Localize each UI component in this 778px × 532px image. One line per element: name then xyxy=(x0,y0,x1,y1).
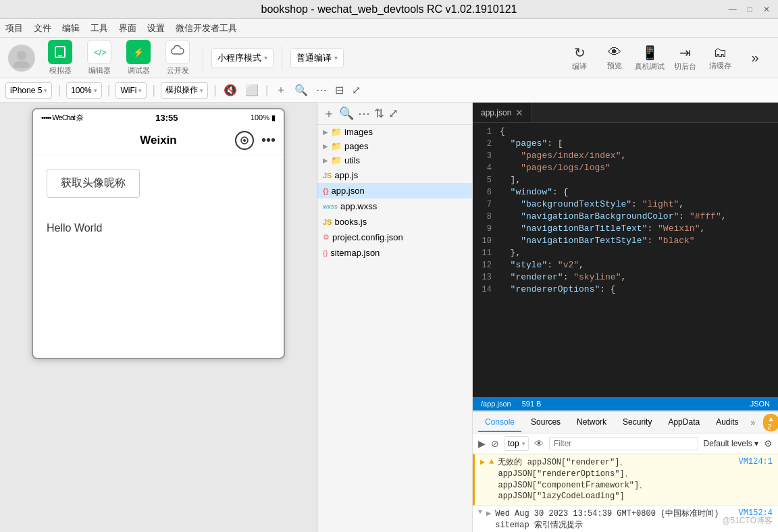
more-tabs-button[interactable]: » xyxy=(748,415,758,430)
phone-camera-icon[interactable] xyxy=(235,131,254,150)
network-type: WiFi xyxy=(120,86,136,95)
code-line-13: 13 "renderer": "skyline", xyxy=(473,271,778,284)
code-line-4: 4 "pages/logs/logs" xyxy=(473,162,778,174)
menu-item-settings[interactable]: 设置 xyxy=(147,22,165,34)
right-side: ＋ 🔍 ⋯ ⇅ ⤢ ▶ 📁 images ▶ 📁 pages xyxy=(317,103,778,532)
line-num-2: 2 xyxy=(473,138,500,150)
tab-security[interactable]: Security xyxy=(616,413,658,432)
editor-size: 591 B xyxy=(522,400,542,408)
devtools-toolbar: ▶ ⊘ top ▾ 👁 Default levels ▾ ⚙ xyxy=(473,433,778,454)
file-sitemap[interactable]: {} sitemap.json xyxy=(317,245,472,261)
more-options-icon[interactable]: ⋯ xyxy=(316,84,327,97)
line-num-9: 9 xyxy=(473,223,500,235)
network-selector[interactable]: WiFi ▾ xyxy=(115,82,147,99)
svg-text:</>: </> xyxy=(94,47,106,57)
mute-icon[interactable]: 🔇 xyxy=(224,84,237,97)
settings-icon[interactable]: ⚙ xyxy=(764,438,773,449)
search-icon[interactable]: 🔍 xyxy=(294,84,308,97)
phone-status-bar: ••••• WeChat 奈 13:55 100% ▮ xyxy=(33,109,284,126)
context-selector[interactable]: top ▾ xyxy=(504,436,529,451)
signal-dots: ••••• xyxy=(41,113,51,122)
zoom-selector[interactable]: 100% ▾ xyxy=(66,82,102,99)
folder-arrow-pages: ▶ xyxy=(323,142,328,150)
menu-item-tools[interactable]: 工具 xyxy=(90,22,108,34)
wxss-icon: wxss xyxy=(323,203,338,210)
context-arrow-icon: ▾ xyxy=(522,440,525,447)
avatar[interactable] xyxy=(8,45,35,72)
tab-console[interactable]: Console xyxy=(478,413,521,432)
menu-item-project[interactable]: 项目 xyxy=(5,22,23,34)
menu-item-file[interactable]: 文件 xyxy=(34,22,51,34)
refresh-button[interactable]: ↻ 编译 xyxy=(565,45,594,72)
file-app-json[interactable]: {} app.json xyxy=(317,183,472,198)
clear-button[interactable]: 🗂 清缓存 xyxy=(705,45,735,71)
get-avatar-button[interactable]: 获取头像昵称 xyxy=(47,169,140,198)
levels-selector[interactable]: Default levels ▾ xyxy=(704,439,758,448)
menu-item-interface[interactable]: 界面 xyxy=(119,22,136,34)
tab-close-icon[interactable]: ✕ xyxy=(515,107,523,118)
file-search-icon[interactable]: 🔍 xyxy=(339,106,354,121)
editor-icon: </> xyxy=(87,40,111,64)
file-books-js[interactable]: JS books.js xyxy=(317,214,472,230)
edit-label: 编译 xyxy=(572,61,587,72)
minimize-button[interactable]: — xyxy=(726,5,740,14)
tab-network[interactable]: Network xyxy=(570,413,613,432)
cloud-button[interactable]: 云开发 xyxy=(161,40,194,76)
stop-button[interactable]: ⊘ xyxy=(491,438,499,449)
file-project-config[interactable]: ⚙ project.config.json xyxy=(317,230,472,245)
file-refresh-icon[interactable]: ⤢ xyxy=(388,106,398,121)
log-msg-1: 无效的 appJSON["renderer"]、appJSON["rendere… xyxy=(498,457,729,502)
rotate-icon[interactable]: ⤢ xyxy=(352,84,361,97)
folder-images[interactable]: ▶ 📁 images xyxy=(317,125,472,139)
svg-point-0 xyxy=(17,51,26,60)
tab-app-json[interactable]: app.json ✕ xyxy=(473,103,532,122)
filter-input[interactable] xyxy=(549,437,698,450)
preview-button[interactable]: 👁 预览 xyxy=(600,45,629,71)
tab-audits[interactable]: Audits xyxy=(709,413,745,432)
close-button[interactable]: ✕ xyxy=(760,5,773,14)
folder-name-images: images xyxy=(344,127,373,137)
real-debug-button[interactable]: 📱 真机调试 xyxy=(635,45,665,72)
simulator-button[interactable]: 模拟器 xyxy=(43,40,77,76)
menu-item-wechat-devtools[interactable]: 微信开发者工具 xyxy=(176,22,237,34)
file-toolbar: ＋ 🔍 ⋯ ⇅ ⤢ xyxy=(317,103,472,125)
config-icon: ⚙ xyxy=(323,233,330,242)
expand-icon-2: ▼ xyxy=(478,508,482,516)
editor-tabs: app.json ✕ xyxy=(473,103,778,123)
log-msg-2: Wed Aug 30 2023 13:54:39 GMT+0800 (中国标准时… xyxy=(495,508,729,531)
line-code-11: }, xyxy=(500,247,778,259)
debugger-button[interactable]: ⚡ 调试器 xyxy=(122,40,155,76)
more-button[interactable]: » xyxy=(740,50,770,65)
log-link-1[interactable]: VM124:1 xyxy=(739,457,773,467)
simulate-op-selector[interactable]: 模拟操作 ▾ xyxy=(161,82,208,99)
layout-icon[interactable]: ⊟ xyxy=(335,84,344,97)
file-sort-icon[interactable]: ⇅ xyxy=(374,106,384,121)
play-button[interactable]: ▶ xyxy=(478,438,486,449)
tab-appdata[interactable]: AppData xyxy=(661,413,706,432)
eye-toolbar-icon[interactable]: 👁 xyxy=(534,438,544,449)
tab-sources[interactable]: Sources xyxy=(524,413,567,432)
file-app-wxss[interactable]: wxss app.wxss xyxy=(317,198,472,214)
editor-content: 1 { 2 "pages": [ 3 "pages/index/index", xyxy=(473,123,778,397)
menu-item-edit[interactable]: 编辑 xyxy=(62,22,80,34)
editor-button[interactable]: </> 编辑器 xyxy=(82,40,116,76)
editor-format: JSON xyxy=(750,400,770,408)
compile-selector[interactable]: 普通编译 ▾ xyxy=(290,48,344,68)
add-icon[interactable]: ＋ xyxy=(276,83,286,97)
editor-status-bar: /app.json 591 B JSON xyxy=(473,397,778,410)
folder-pages[interactable]: ▶ 📁 pages xyxy=(317,139,472,153)
file-app-js[interactable]: JS app.js xyxy=(317,167,472,183)
window-controls[interactable]: — □ ✕ xyxy=(726,5,773,14)
line-num-13: 13 xyxy=(473,271,500,284)
maximize-button[interactable]: □ xyxy=(745,5,755,14)
screen-icon[interactable]: ⬜ xyxy=(245,84,259,97)
watermark: @51CTO博客 xyxy=(722,515,773,527)
device-bar: iPhone 5 ▾ | 100% ▾ | WiFi ▾ | 模拟操作 ▾ | … xyxy=(0,78,778,103)
device-selector[interactable]: iPhone 5 ▾ xyxy=(5,82,52,99)
folder-utils[interactable]: ▶ 📁 utils xyxy=(317,153,472,167)
mode-selector[interactable]: 小程序模式 ▾ xyxy=(211,48,274,68)
switch-button[interactable]: ⇥ 切后台 xyxy=(670,45,700,72)
file-more-icon[interactable]: ⋯ xyxy=(358,106,370,121)
code-line-12: 12 "style": "v2", xyxy=(473,259,778,271)
file-plus-icon[interactable]: ＋ xyxy=(323,105,335,122)
